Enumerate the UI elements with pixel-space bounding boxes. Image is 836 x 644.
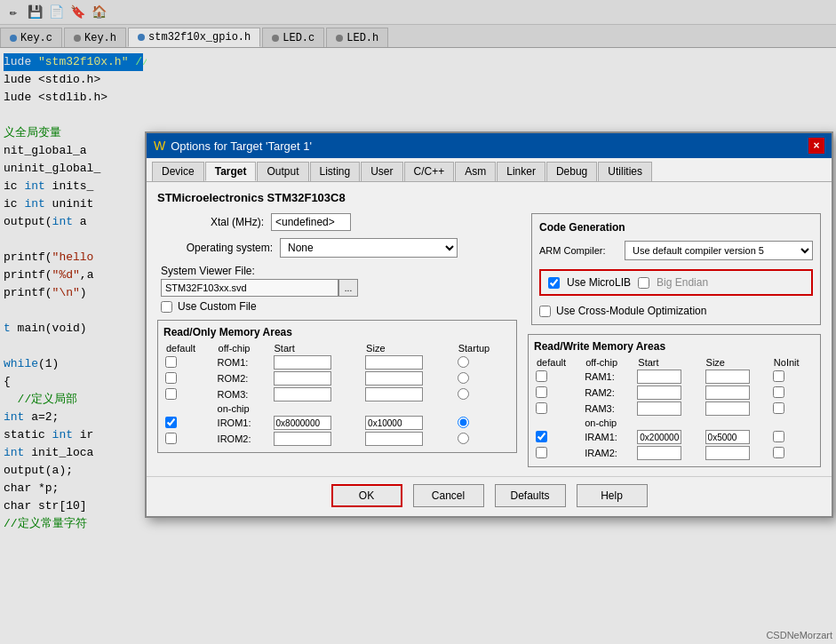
ram1-noinit-cb[interactable] (773, 370, 784, 382)
os-select[interactable]: None (280, 238, 458, 258)
ram3-default-cb[interactable] (536, 402, 547, 414)
dialog-tab-output[interactable]: Output (257, 162, 308, 181)
ram1-start[interactable] (637, 370, 681, 384)
ram2-size[interactable] (705, 386, 750, 400)
dialog-tab-debug[interactable]: Debug (546, 162, 597, 181)
iram2-start[interactable] (637, 446, 681, 460)
use-microlib-checkbox[interactable] (548, 277, 560, 289)
xtal-input[interactable] (271, 213, 351, 231)
rw-col-default: default (534, 356, 583, 369)
rom3-default-cb[interactable] (165, 388, 177, 400)
microlib-box: Use MicroLIB Big Endian (539, 269, 813, 296)
options-dialog: W Options for Target 'Target 1' × Device… (145, 131, 833, 518)
dialog-tab-user[interactable]: User (361, 162, 402, 181)
col-start: Start (272, 342, 364, 354)
cross-module-label: Use Cross-Module Optimization (556, 305, 706, 317)
iram1-start[interactable] (637, 430, 681, 444)
use-microlib-label: Use MicroLIB (567, 276, 631, 289)
dialog-tab-target[interactable]: Target (205, 162, 257, 181)
ok-button[interactable]: OK (331, 484, 402, 507)
rom3-start[interactable] (274, 387, 331, 402)
ram1-label: RAM1: (583, 369, 635, 385)
iram1-noinit-cb[interactable] (773, 431, 784, 442)
code-gen-box: Code Generation ARM Compiler: Use defaul… (531, 213, 821, 325)
dialog-title-left: W Options for Target 'Target 1' (154, 139, 312, 153)
iram1-default-cb[interactable] (536, 431, 547, 442)
rom1-default-cb[interactable] (165, 356, 177, 368)
rom1-startup-radio[interactable] (458, 356, 469, 368)
irom1-default-cb[interactable] (165, 417, 177, 428)
irom2-size[interactable] (365, 432, 423, 446)
irom2-default-cb[interactable] (165, 433, 177, 444)
defaults-button[interactable]: Defaults (495, 484, 566, 507)
rom2-size[interactable] (365, 371, 423, 386)
col-size: Size (363, 342, 456, 354)
big-endian-label: Big Endian (657, 276, 708, 289)
read-only-memory-table: default off-chip Start Size Startup ROM1… (163, 342, 511, 447)
col-offchip: off-chip (216, 342, 272, 354)
read-only-memory-section: Read/Only Memory Areas default off-chip … (157, 320, 517, 453)
rom2-startup-radio[interactable] (458, 372, 469, 384)
help-button[interactable]: Help (577, 484, 648, 507)
dialog-title-icon: W (154, 139, 165, 153)
dialog-tab-listing[interactable]: Listing (310, 162, 361, 181)
dialog-tabs-bar: Device Target Output Listing User C/C++ … (147, 158, 832, 182)
dialog-close-button[interactable]: × (808, 138, 824, 154)
rom2-default-cb[interactable] (165, 372, 177, 384)
irom1-start[interactable] (274, 416, 331, 430)
big-endian-checkbox[interactable] (638, 277, 649, 289)
irom1-size[interactable] (365, 416, 423, 430)
svf-section: System Viewer File: ... Use Custom File (157, 265, 517, 313)
read-write-memory-section: Read/Write Memory Areas default off-chip… (528, 334, 821, 467)
ram2-default-cb[interactable] (536, 386, 547, 398)
iram2-default-cb[interactable] (536, 447, 547, 458)
dialog-tab-cpp[interactable]: C/C++ (404, 162, 455, 181)
iram2-size[interactable] (705, 446, 750, 460)
rom3-label: ROM3: (216, 386, 272, 402)
ram3-label: RAM3: (583, 401, 635, 417)
dialog-tab-device[interactable]: Device (152, 162, 204, 181)
iram1-size[interactable] (705, 430, 750, 444)
table-row: IRAM1: (534, 429, 815, 445)
svf-input-row: ... (157, 279, 517, 297)
ram3-size[interactable] (705, 402, 750, 416)
table-row: ROM2: (163, 370, 511, 386)
irom1-startup-radio[interactable] (458, 417, 469, 428)
ram3-noinit-cb[interactable] (773, 402, 784, 414)
read-write-memory-table: default off-chip Start Size NoInit RAM1: (534, 356, 815, 461)
irom2-startup-radio[interactable] (458, 433, 469, 444)
iram1-label: IRAM1: (583, 429, 635, 445)
rom3-startup-radio[interactable] (458, 388, 469, 400)
svf-browse-button[interactable]: ... (338, 279, 358, 297)
arm-compiler-select[interactable]: Use default compiler version 5 Use defau… (625, 241, 813, 260)
ram3-start[interactable] (637, 402, 681, 416)
rom2-start[interactable] (274, 371, 331, 386)
ram2-noinit-cb[interactable] (773, 386, 784, 398)
irom2-label: IROM2: (216, 431, 272, 447)
cancel-button[interactable]: Cancel (413, 484, 484, 507)
xtal-row: Xtal (MHz): (157, 213, 517, 231)
code-gen-title: Code Generation (539, 221, 813, 234)
rom1-size[interactable] (365, 355, 423, 370)
dialog-tab-linker[interactable]: Linker (497, 162, 545, 181)
irom2-start[interactable] (274, 432, 331, 446)
rom1-label: ROM1: (216, 354, 272, 370)
use-custom-file-checkbox[interactable] (161, 301, 172, 313)
svf-input[interactable] (161, 279, 338, 297)
rom3-size[interactable] (365, 387, 423, 402)
ram1-size[interactable] (705, 370, 750, 384)
dialog-tab-utilities[interactable]: Utilities (598, 162, 652, 181)
custom-file-row: Use Custom File (157, 300, 517, 313)
dialog-tab-asm[interactable]: Asm (455, 162, 496, 181)
table-row: IROM1: (163, 415, 511, 431)
dialog-titlebar: W Options for Target 'Target 1' × (147, 133, 832, 158)
ram1-default-cb[interactable] (536, 370, 547, 382)
ram2-start[interactable] (637, 386, 681, 400)
cross-module-checkbox[interactable] (539, 306, 551, 317)
rom1-start[interactable] (274, 355, 331, 370)
iram2-noinit-cb[interactable] (773, 447, 784, 458)
rw-col-size: Size (704, 356, 771, 369)
os-row: Operating system: None (157, 238, 517, 258)
compiler-row: ARM Compiler: Use default compiler versi… (539, 241, 813, 260)
table-row: RAM1: (534, 369, 815, 385)
